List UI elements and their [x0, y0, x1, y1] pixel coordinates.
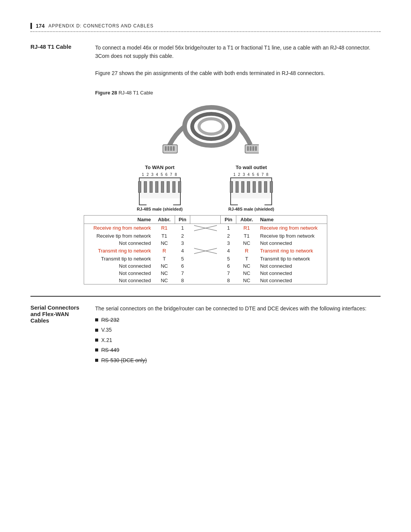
header-title: APPENDIX D: CONNECTORS AND CABLES	[48, 23, 153, 29]
cell-name-left: Receive ring from network	[84, 224, 154, 232]
cell-name-right: Not connected	[257, 240, 327, 247]
cell-abbr-left: NC	[154, 240, 175, 247]
rj48-figure-ref: Figure 27 shows the pin assignments of t…	[95, 69, 381, 77]
serial-label-line2: and Flex-WAN	[30, 311, 69, 317]
wall-pin-2	[236, 181, 239, 193]
bullet-text: RS-449	[101, 346, 119, 354]
cross-cell-4	[190, 247, 221, 255]
bullet-text: RS-530 (DCE only)	[101, 356, 147, 364]
serial-bullet-item: RS-449	[95, 346, 381, 354]
cell-pin-left: 7	[175, 270, 190, 277]
svg-rect-5	[167, 146, 169, 151]
table-row: Receive ring from network R1 1 1 R1 Rece…	[84, 224, 327, 232]
cell-abbr-right: NC	[236, 240, 257, 247]
wall-pin-1	[230, 181, 233, 193]
cell-abbr-right: NC	[236, 262, 257, 270]
cell-pin-left: 3	[175, 240, 190, 247]
table-row: Not connected NC 6 6 NC Not connected	[84, 262, 327, 270]
wall-pin-6	[258, 181, 261, 193]
serial-section-content: The serial connectors on the bridge/rout…	[95, 304, 381, 366]
cell-abbr-right: T	[236, 255, 257, 262]
cell-name-right: Not connected	[257, 262, 327, 270]
cell-abbr-left: T	[154, 255, 175, 262]
svg-rect-12	[255, 146, 257, 151]
cell-name-left: Not connected	[84, 240, 154, 247]
svg-rect-9	[247, 146, 249, 151]
figure-caption: Figure 28 RJ-48 T1 Cable	[95, 89, 381, 96]
cross-cell	[190, 277, 221, 284]
bullet-text: V.35	[101, 326, 112, 334]
cell-pin-right: 3	[221, 240, 236, 247]
cross-cell-1	[190, 224, 221, 232]
cell-abbr-left: R1	[154, 224, 175, 232]
serial-bullet-item: X.21	[95, 336, 381, 344]
bullet-text: RS-232	[101, 316, 119, 324]
wall-foot-left	[230, 198, 238, 205]
table-row: Not connected NC 8 8 NC Not connected	[84, 277, 327, 284]
wall-pin-4	[247, 181, 250, 193]
pin-table-wrapper: Name Abbr. Pin Pin Abbr. Name Receive ri…	[84, 215, 327, 284]
wan-pin-7	[172, 181, 175, 193]
bullet-icon	[95, 339, 98, 342]
cell-pin-right: 7	[221, 270, 236, 277]
cell-abbr-left: NC	[154, 270, 175, 277]
wan-connector-bottom	[139, 198, 181, 205]
cell-abbr-left: R	[154, 247, 175, 255]
svg-rect-4	[165, 146, 167, 151]
wall-foot-mid	[238, 198, 264, 205]
cell-pin-right: 4	[221, 247, 236, 255]
cell-pin-right: 8	[221, 277, 236, 284]
cell-abbr-left: T1	[154, 232, 175, 240]
wan-port-label: To WAN port	[145, 165, 175, 170]
cell-abbr-left: NC	[154, 262, 175, 270]
cross-cell	[190, 262, 221, 270]
wan-pin-3	[150, 181, 153, 193]
wan-foot-right	[173, 198, 181, 205]
wall-rj48-body	[230, 177, 272, 205]
rj48-section-label: RJ-48 T1 Cable	[30, 43, 84, 78]
wan-pin-4	[155, 181, 158, 193]
figure-label: Figure 28	[95, 90, 117, 96]
cell-name-left: Not connected	[84, 277, 154, 284]
cell-abbr-right: T1	[236, 232, 257, 240]
col-cross	[190, 216, 221, 224]
cell-name-right: Transmit ring to network	[257, 247, 327, 255]
cross-cell	[190, 240, 221, 247]
table-row: Not connected NC 3 3 NC Not connected	[84, 240, 327, 247]
cell-name-left: Not connected	[84, 262, 154, 270]
serial-label-line1: Serial Connectors	[30, 304, 79, 311]
cell-pin-right: 1	[221, 224, 236, 232]
table-row: Receive tip from network T1 2 2 T1 Recei…	[84, 232, 327, 240]
cell-pin-left: 8	[175, 277, 190, 284]
wall-foot-right	[264, 198, 272, 205]
cell-pin-left: 1	[175, 224, 190, 232]
wan-rj48-body	[139, 177, 181, 205]
cell-name-left: Receive tip from network	[84, 232, 154, 240]
rj48-label-text: RJ-48 T1 Cable	[30, 43, 72, 50]
col-name-left: Name	[84, 216, 154, 224]
wall-connector-bottom	[230, 198, 272, 205]
cell-abbr-right: NC	[236, 277, 257, 284]
page-number: 174	[36, 23, 45, 29]
svg-rect-6	[170, 146, 172, 151]
serial-bullet-item: RS-232	[95, 316, 381, 324]
wan-pin-5	[161, 181, 164, 193]
cross-cell	[190, 255, 221, 262]
cable-illustration	[152, 100, 259, 161]
table-header-row: Name Abbr. Pin Pin Abbr. Name	[84, 216, 327, 224]
pin-assignment-table: Name Abbr. Pin Pin Abbr. Name Receive ri…	[84, 216, 327, 284]
wan-pin-6	[167, 181, 170, 193]
cross-cell	[190, 270, 221, 277]
wan-pins	[138, 181, 181, 193]
table-row: Not connected NC 7 7 NC Not connected	[84, 270, 327, 277]
wan-pin-1	[138, 181, 141, 193]
rj48-description: To connect a model 46x or model 56x brid…	[95, 43, 381, 61]
cell-pin-left: 4	[175, 247, 190, 255]
cell-abbr-right: NC	[236, 270, 257, 277]
table-row: Transmit tip to network T 5 5 T Transmit…	[84, 255, 327, 262]
cell-name-right: Transmit tip to network	[257, 255, 327, 262]
bullet-icon	[95, 329, 98, 332]
cell-abbr-right: R1	[236, 224, 257, 232]
wall-connector-body	[230, 177, 272, 198]
page: 174 APPENDIX D: CONNECTORS AND CABLES RJ…	[0, 0, 411, 532]
